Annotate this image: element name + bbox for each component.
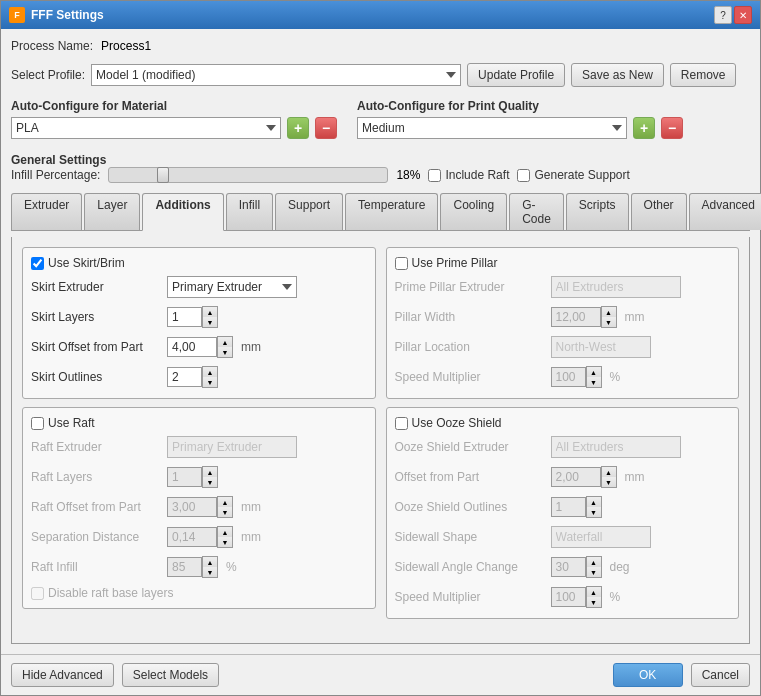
raft-infill-input[interactable] [167, 557, 202, 577]
skirt-offset-down[interactable]: ▼ [218, 347, 232, 357]
close-button[interactable]: ✕ [734, 6, 752, 24]
ooze-speed-up[interactable]: ▲ [587, 587, 601, 597]
sidewall-angle-input[interactable] [551, 557, 586, 577]
tab-support[interactable]: Support [275, 193, 343, 230]
add-quality-button[interactable]: + [633, 117, 655, 139]
prime-speed-input-group: ▲ ▼ [551, 366, 602, 388]
skirt-brim-group: Use Skirt/Brim Skirt Extruder Primary Ex… [22, 247, 376, 399]
prime-pillar-group: Use Prime Pillar Prime Pillar Extruder A… [386, 247, 740, 399]
profile-dropdown[interactable]: Model 1 (modified) [91, 64, 461, 86]
raft-infill-up[interactable]: ▲ [203, 557, 217, 567]
remove-quality-button[interactable]: − [661, 117, 683, 139]
include-raft-checkbox-label[interactable]: Include Raft [428, 168, 509, 182]
disable-raft-base-label[interactable]: Disable raft base layers [31, 586, 367, 600]
ooze-speed-input[interactable] [551, 587, 586, 607]
pillar-width-down[interactable]: ▼ [602, 317, 616, 327]
tab-additions[interactable]: Additions [142, 193, 223, 231]
raft-separation-label: Separation Distance [31, 530, 161, 544]
prime-speed-input[interactable] [551, 367, 586, 387]
skirt-layers-up[interactable]: ▲ [203, 307, 217, 317]
remove-button[interactable]: Remove [670, 63, 737, 87]
tab-temperature[interactable]: Temperature [345, 193, 438, 230]
tab-layer[interactable]: Layer [84, 193, 140, 230]
infill-slider[interactable] [108, 167, 388, 183]
skirt-outlines-label: Skirt Outlines [31, 370, 161, 384]
tab-infill[interactable]: Infill [226, 193, 273, 230]
pillar-width-up[interactable]: ▲ [602, 307, 616, 317]
save-as-new-button[interactable]: Save as New [571, 63, 664, 87]
prime-extruder-row: Prime Pillar Extruder All Extruders [395, 276, 731, 298]
generate-support-checkbox-label[interactable]: Generate Support [517, 168, 629, 182]
app-icon: F [9, 7, 25, 23]
select-models-button[interactable]: Select Models [122, 663, 219, 687]
pillar-width-input[interactable] [551, 307, 601, 327]
ooze-offset-input-group: ▲ ▼ [551, 466, 617, 488]
use-skirt-brim-label[interactable]: Use Skirt/Brim [31, 256, 367, 270]
use-raft-label[interactable]: Use Raft [31, 416, 367, 430]
skirt-layers-input[interactable] [167, 307, 202, 327]
skirt-offset-input[interactable] [167, 337, 217, 357]
ooze-offset-down[interactable]: ▼ [602, 477, 616, 487]
raft-offset-down[interactable]: ▼ [218, 507, 232, 517]
raft-layers-row: Raft Layers ▲ ▼ [31, 466, 367, 488]
skirt-outlines-input[interactable] [167, 367, 202, 387]
generate-support-checkbox[interactable] [517, 169, 530, 182]
sidewall-shape-dropdown[interactable]: Waterfall [551, 526, 651, 548]
cancel-button[interactable]: Cancel [691, 663, 750, 687]
tab-gcode[interactable]: G-Code [509, 193, 564, 230]
material-dropdown[interactable]: PLA [11, 117, 281, 139]
ooze-speed-down[interactable]: ▼ [587, 597, 601, 607]
tab-advanced[interactable]: Advanced [689, 193, 761, 230]
update-profile-button[interactable]: Update Profile [467, 63, 565, 87]
raft-separation-spin: ▲ ▼ [217, 526, 233, 548]
prime-speed-down[interactable]: ▼ [587, 377, 601, 387]
ooze-outlines-up[interactable]: ▲ [587, 497, 601, 507]
skirt-extruder-dropdown[interactable]: Primary Extruder [167, 276, 297, 298]
ooze-offset-up[interactable]: ▲ [602, 467, 616, 477]
raft-infill-down[interactable]: ▼ [203, 567, 217, 577]
include-raft-checkbox[interactable] [428, 169, 441, 182]
disable-raft-base-checkbox[interactable] [31, 587, 44, 600]
use-prime-pillar-label[interactable]: Use Prime Pillar [395, 256, 731, 270]
ooze-extruder-dropdown[interactable]: All Extruders [551, 436, 681, 458]
ooze-outlines-input[interactable] [551, 497, 586, 517]
use-skirt-brim-checkbox[interactable] [31, 257, 44, 270]
ooze-offset-input[interactable] [551, 467, 601, 487]
ok-button[interactable]: OK [613, 663, 683, 687]
raft-separation-down[interactable]: ▼ [218, 537, 232, 547]
pillar-width-unit: mm [625, 310, 645, 324]
help-button[interactable]: ? [714, 6, 732, 24]
use-ooze-shield-label[interactable]: Use Ooze Shield [395, 416, 731, 430]
add-material-button[interactable]: + [287, 117, 309, 139]
raft-offset-input[interactable] [167, 497, 217, 517]
raft-layers-input[interactable] [167, 467, 202, 487]
raft-separation-up[interactable]: ▲ [218, 527, 232, 537]
skirt-outlines-down[interactable]: ▼ [203, 377, 217, 387]
use-raft-checkbox[interactable] [31, 417, 44, 430]
pillar-location-dropdown[interactable]: North-West [551, 336, 651, 358]
skirt-outlines-up[interactable]: ▲ [203, 367, 217, 377]
auto-material-row: PLA + − [11, 117, 337, 139]
prime-extruder-dropdown[interactable]: All Extruders [551, 276, 681, 298]
tab-cooling[interactable]: Cooling [440, 193, 507, 230]
skirt-layers-down[interactable]: ▼ [203, 317, 217, 327]
raft-extruder-dropdown[interactable]: Primary Extruder [167, 436, 297, 458]
prime-speed-up[interactable]: ▲ [587, 367, 601, 377]
remove-material-button[interactable]: − [315, 117, 337, 139]
tab-extruder[interactable]: Extruder [11, 193, 82, 230]
skirt-offset-up[interactable]: ▲ [218, 337, 232, 347]
raft-layers-down[interactable]: ▼ [203, 477, 217, 487]
raft-group: Use Raft Raft Extruder Primary Extruder … [22, 407, 376, 609]
quality-dropdown[interactable]: Medium [357, 117, 627, 139]
sidewall-angle-up[interactable]: ▲ [587, 557, 601, 567]
sidewall-angle-down[interactable]: ▼ [587, 567, 601, 577]
raft-layers-up[interactable]: ▲ [203, 467, 217, 477]
hide-advanced-button[interactable]: Hide Advanced [11, 663, 114, 687]
use-ooze-shield-checkbox[interactable] [395, 417, 408, 430]
tab-scripts[interactable]: Scripts [566, 193, 629, 230]
raft-offset-up[interactable]: ▲ [218, 497, 232, 507]
raft-separation-input[interactable] [167, 527, 217, 547]
use-prime-pillar-checkbox[interactable] [395, 257, 408, 270]
ooze-outlines-down[interactable]: ▼ [587, 507, 601, 517]
tab-other[interactable]: Other [631, 193, 687, 230]
